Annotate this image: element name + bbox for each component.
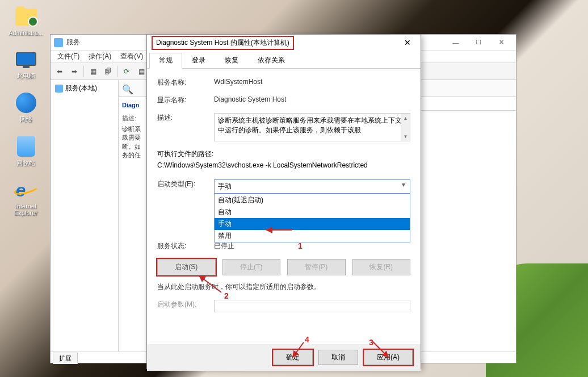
option-manual[interactable]: 手动 (215, 218, 410, 230)
properties-title: Diagnostic System Host 的属性(本地计算机) (152, 36, 399, 50)
service-control-buttons: 启动(S) 停止(T) 暂停(P) 恢复(R) (157, 259, 410, 275)
description-text: 诊断系统主机被诊断策略服务用来承载需要在本地系统上下文中运行的诊断。如果停止该服… (218, 116, 402, 134)
tab-general[interactable]: 常规 (149, 53, 182, 69)
title-highlight: Diagnostic System Host 的属性(本地计算机) (152, 36, 294, 50)
tree-label: 服务(本地) (65, 83, 97, 93)
properties-dialog: Diagnostic System Host 的属性(本地计算机) ✕ 常规 登… (146, 34, 421, 369)
maximize-button[interactable]: ☐ (467, 36, 490, 49)
value-service-name: WdiSystemHost (214, 78, 410, 86)
option-disabled[interactable]: 禁用 (215, 230, 410, 242)
startup-dropdown: 自动(延迟启动) 自动 手动 禁用 (214, 194, 410, 242)
resume-button[interactable]: 恢复(R) (352, 259, 411, 275)
label-startup-type: 启动类型(E): (157, 179, 214, 189)
tab-extended[interactable]: 扩展 (53, 353, 78, 364)
back-button[interactable]: ⬅ (53, 65, 66, 78)
scrollbar[interactable]: ▲ ▼ (401, 114, 410, 141)
tree-item-services-local[interactable]: 服务(本地) (53, 82, 116, 94)
option-auto[interactable]: 自动 (215, 206, 410, 218)
select-value: 手动 (218, 182, 232, 190)
start-button[interactable]: 启动(S) (157, 259, 216, 275)
startup-type-select[interactable]: 手动 ▼ (214, 179, 410, 194)
option-auto-delayed[interactable]: 自动(延迟启动) (215, 194, 410, 206)
toolbar-btn[interactable]: ▦ (86, 65, 100, 78)
start-params-input[interactable] (214, 300, 410, 312)
apply-button[interactable]: 应用(A) (364, 350, 413, 365)
menu-view[interactable]: 查看(V) (116, 51, 148, 62)
properties-titlebar[interactable]: Diagnostic System Host 的属性(本地计算机) ✕ (147, 35, 421, 51)
dialog-footer: 确定 取消 应用(A) (147, 344, 421, 371)
ie-icon: e (15, 179, 37, 202)
cancel-button[interactable]: 取消 (318, 350, 358, 365)
chevron-down-icon: ▼ (401, 182, 406, 188)
desktop-icon-computer[interactable]: 此电脑 (5, 48, 47, 80)
desktop-icons-column: Administra... 此电脑 网络 回收站 e Internet Expl… (5, 6, 47, 216)
search-icon: 🔍 (122, 84, 131, 93)
value-exe-path: C:\Windows\System32\svchost.exe -k Local… (157, 161, 410, 169)
gear-icon (55, 85, 63, 93)
separator (83, 66, 84, 77)
monitor-icon (15, 48, 37, 70)
folder-icon (15, 6, 37, 28)
properties-body: 服务名称: WdiSystemHost 显示名称: Diagnostic Sys… (147, 69, 421, 346)
icon-label: 回收站 (16, 159, 35, 167)
close-button[interactable]: ✕ (490, 36, 513, 49)
menu-action[interactable]: 操作(A) (84, 51, 116, 62)
separator (117, 66, 117, 77)
desktop-icon-recyclebin[interactable]: 回收站 (5, 135, 47, 167)
startup-select-wrap: 手动 ▼ 自动(延迟启动) 自动 手动 禁用 (214, 179, 410, 194)
tab-dependencies[interactable]: 依存关系 (248, 53, 295, 68)
scroll-down-icon[interactable]: ▼ (401, 132, 410, 141)
refresh-button[interactable]: ⟳ (120, 65, 133, 78)
minimize-button[interactable]: — (444, 36, 467, 49)
desktop-icon-ie[interactable]: e Internet Explorer (5, 179, 47, 216)
label-service-name: 服务名称: (157, 78, 214, 87)
icon-label: Administra... (9, 30, 43, 36)
pause-button[interactable]: 暂停(P) (287, 259, 346, 275)
hint-text: 当从此处启动服务时，你可以指定所适用的启动参数。 (157, 282, 410, 292)
label-start-params: 启动参数(M): (157, 300, 214, 309)
label-description: 描述: (157, 113, 214, 123)
value-service-status: 已停止 (214, 241, 410, 251)
icon-label: 此电脑 (16, 72, 35, 80)
properties-tabs: 常规 登录 恢复 依存关系 (147, 51, 421, 69)
globe-icon (15, 91, 37, 114)
icon-label: 网络 (20, 115, 32, 124)
icon-label: Internet Explorer (5, 203, 47, 216)
menu-file[interactable]: 文件(F) (53, 51, 84, 62)
toolbar-btn[interactable]: 🗐 (101, 65, 115, 78)
stop-button[interactable]: 停止(T) (222, 259, 281, 275)
ok-button[interactable]: 确定 (273, 350, 313, 365)
desktop-icon-network[interactable]: 网络 (5, 91, 47, 124)
tab-logon[interactable]: 登录 (182, 53, 215, 68)
value-display-name: Diagnostic System Host (214, 95, 410, 103)
description-box: 诊断系统主机被诊断策略服务用来承载需要在本地系统上下文中运行的诊断。如果停止该服… (214, 113, 410, 141)
label-exe-path: 可执行文件的路径: (157, 149, 410, 159)
close-button[interactable]: ✕ (399, 38, 416, 47)
services-tree: 服务(本地) (51, 80, 119, 351)
tab-recovery[interactable]: 恢复 (215, 53, 248, 68)
label-service-status: 服务状态: (157, 241, 214, 251)
label-display-name: 显示名称: (157, 95, 214, 105)
desktop-icon-admin[interactable]: Administra... (5, 6, 47, 36)
forward-button[interactable]: ➡ (68, 65, 81, 78)
services-icon (54, 38, 63, 47)
scroll-up-icon[interactable]: ▲ (401, 114, 410, 123)
bin-icon (15, 135, 37, 158)
